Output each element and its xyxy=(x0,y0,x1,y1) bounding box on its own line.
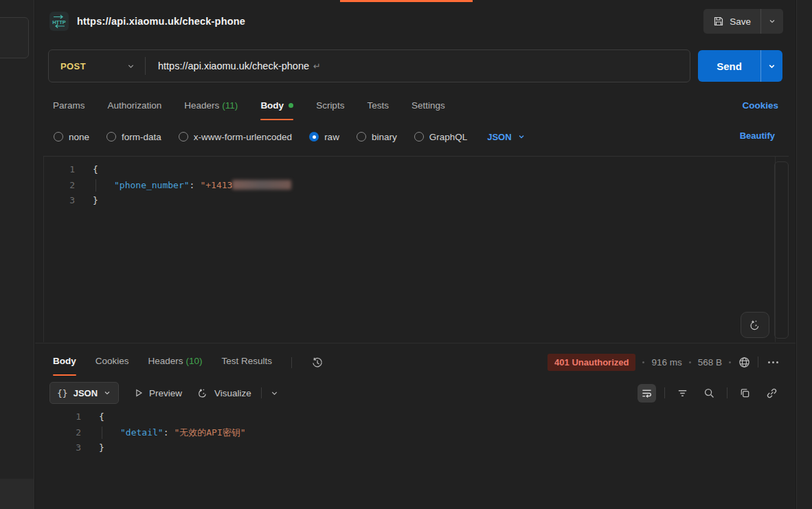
more-options-button[interactable] xyxy=(765,359,781,366)
body-mode-bar: none form-data x-www-form-urlencoded raw… xyxy=(54,126,526,147)
save-icon xyxy=(713,16,724,27)
tab-params[interactable]: Params xyxy=(53,95,85,119)
sidebar-collapsed-stub[interactable] xyxy=(0,17,29,58)
code-line: 3 } xyxy=(43,440,789,456)
request-tabs: Params Authorization Headers(11) Body Sc… xyxy=(53,95,445,118)
mode-raw[interactable]: raw xyxy=(309,132,339,142)
radio-icon xyxy=(179,132,188,142)
response-status-bar: 401 Unauthorized 916 ms 568 B xyxy=(548,352,781,372)
chevron-down-icon[interactable] xyxy=(270,389,279,398)
json-key: "phone_number" xyxy=(114,180,190,190)
play-icon xyxy=(134,388,144,398)
response-body-code: 1 { 2 "detail":"无效的API密钥" 3 } xyxy=(43,409,789,456)
response-body-editor[interactable]: 1 { 2 "detail":"无效的API密钥" 3 } xyxy=(43,409,789,456)
response-tab-cookies[interactable]: Cookies xyxy=(95,350,129,374)
url-input[interactable]: https://api.xiaomu.uk/check-phone↵ xyxy=(146,60,690,71)
send-split-button: Send xyxy=(698,50,782,82)
active-tab-underline xyxy=(53,374,76,376)
mode-x-www-form-urlencoded[interactable]: x-www-form-urlencoded xyxy=(179,132,292,142)
request-url-bar: POST https://api.xiaomu.uk/check-phone↵ xyxy=(48,49,690,82)
response-tab-headers[interactable]: Headers(10) xyxy=(148,350,203,374)
tab-headers[interactable]: Headers(11) xyxy=(184,95,238,119)
line-number: 1 xyxy=(43,409,81,425)
search-button[interactable] xyxy=(700,384,719,403)
line-number: 3 xyxy=(43,440,81,456)
left-sidebar-rail xyxy=(0,0,34,509)
link-icon xyxy=(766,387,778,399)
visualize-button[interactable]: Visualize xyxy=(197,387,251,399)
request-workspace: HTTP https://api.xiaomu.uk/check-phone S… xyxy=(35,0,796,509)
tab-tests[interactable]: Tests xyxy=(367,95,389,119)
radio-icon xyxy=(54,132,63,142)
code-line: 3 } xyxy=(44,193,775,209)
line-number: 1 xyxy=(44,162,75,178)
active-tab-top-indicator xyxy=(340,0,473,2)
headers-count: (10) xyxy=(186,356,203,366)
mode-graphql[interactable]: GraphQL xyxy=(414,132,468,142)
http-request-icon: HTTP xyxy=(49,12,69,31)
tab-authorization[interactable]: Authorization xyxy=(108,95,162,119)
method-selector[interactable]: POST xyxy=(49,61,145,71)
editor-panel: 1 { 2 "phone_number":"+1413 3 } xyxy=(43,157,776,342)
save-button[interactable]: Save xyxy=(703,9,760,34)
history-clock-icon xyxy=(311,357,324,369)
save-options-button[interactable] xyxy=(760,9,783,34)
enter-hint-glyph: ↵ xyxy=(313,61,321,71)
cookies-link[interactable]: Cookies xyxy=(742,100,778,111)
request-body-code: 1 { 2 "phone_number":"+1413 3 } xyxy=(44,157,775,209)
tab-scripts[interactable]: Scripts xyxy=(316,95,344,119)
line-number: 2 xyxy=(43,425,81,441)
status-badge[interactable]: 401 Unauthorized xyxy=(548,354,635,371)
line-number: 2 xyxy=(44,178,75,194)
sparkle-circle-icon xyxy=(197,387,209,399)
postbot-button[interactable] xyxy=(741,312,769,338)
divider xyxy=(664,387,665,398)
save-split-button: Save xyxy=(703,9,783,34)
beautify-link[interactable]: Beautify xyxy=(740,131,775,141)
copy-icon xyxy=(739,387,751,399)
indent-guide xyxy=(102,427,102,440)
headers-count: (11) xyxy=(222,100,238,111)
svg-text:HTTP: HTTP xyxy=(52,19,66,25)
mode-form-data[interactable]: form-data xyxy=(106,132,161,142)
tab-settings[interactable]: Settings xyxy=(411,95,445,119)
body-modified-dot xyxy=(289,103,293,108)
share-link-button[interactable] xyxy=(763,384,781,403)
send-options-button[interactable] xyxy=(760,50,782,82)
chevron-down-icon xyxy=(103,389,111,397)
raw-language-selector[interactable]: JSON xyxy=(487,132,525,142)
response-toolbar: {} JSON Preview Visualize xyxy=(49,382,781,404)
mode-binary[interactable]: binary xyxy=(357,132,397,142)
request-response-divider[interactable] xyxy=(35,343,796,343)
divider xyxy=(727,387,728,398)
send-button[interactable]: Send xyxy=(698,50,760,82)
save-button-label: Save xyxy=(730,16,751,27)
request-title: https://api.xiaomu.uk/check-phone xyxy=(77,16,245,27)
code-line: 2 "phone_number":"+1413 xyxy=(44,178,775,194)
response-format-selector[interactable]: {} JSON xyxy=(49,382,119,404)
separator-dot xyxy=(642,361,644,363)
editor-scrollbar-track[interactable] xyxy=(774,161,789,339)
request-body-editor[interactable]: 1 { 2 "phone_number":"+1413 3 } xyxy=(43,156,789,342)
mode-none[interactable]: none xyxy=(54,132,89,142)
divider xyxy=(291,357,292,368)
filter-button[interactable] xyxy=(673,384,692,403)
separator-dot xyxy=(689,361,691,363)
response-tab-body[interactable]: Body xyxy=(53,350,76,374)
response-size[interactable]: 568 B xyxy=(698,357,722,367)
response-time[interactable]: 916 ms xyxy=(651,357,681,367)
copy-response-button[interactable] xyxy=(736,384,754,403)
wrap-text-button[interactable] xyxy=(638,384,656,403)
filter-icon xyxy=(677,387,688,399)
response-tab-test-results[interactable]: Test Results xyxy=(222,350,273,374)
response-history-button[interactable] xyxy=(311,357,324,369)
radio-checked-icon xyxy=(309,132,319,142)
code-line: 1 { xyxy=(43,409,789,425)
separator-dot xyxy=(729,361,731,363)
json-key: "detail" xyxy=(120,427,163,438)
radio-icon xyxy=(106,132,116,142)
preview-button[interactable]: Preview xyxy=(134,388,182,398)
network-globe-icon[interactable] xyxy=(738,356,751,369)
sidebar-footer xyxy=(0,479,34,509)
tab-body[interactable]: Body xyxy=(260,95,293,119)
